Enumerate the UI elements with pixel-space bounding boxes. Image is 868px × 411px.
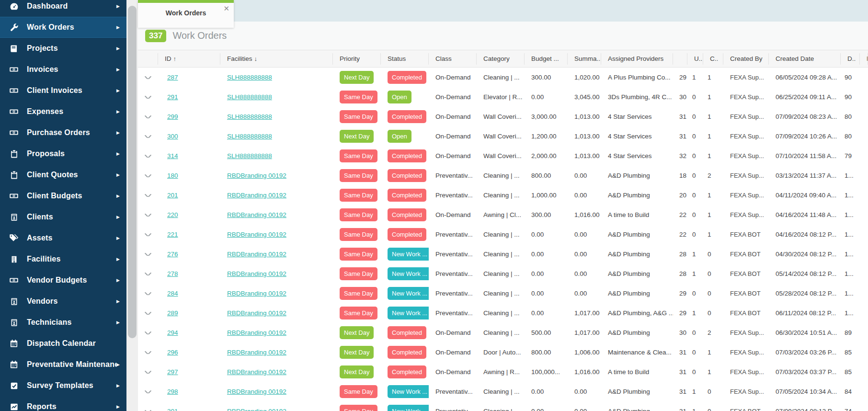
row-expander[interactable] [138,76,158,79]
priority-cell: Same Day [333,91,381,103]
work-order-id-link[interactable]: 294 [167,329,178,336]
work-order-id-link[interactable]: 220 [167,211,178,218]
column-header-n[interactable] [673,53,687,65]
sidebar-item-preventative-maintenance[interactable]: Preventative Maintenance▶ [0,354,126,375]
row-expander[interactable] [138,96,158,99]
row-expander[interactable] [138,371,158,374]
sidebar-item-purchase-orders[interactable]: Purchase Orders▶ [0,122,126,143]
facility-link[interactable]: RBDBranding 00192 [227,388,286,395]
work-order-id-link[interactable]: 300 [167,133,178,140]
row-expander[interactable] [138,253,158,256]
chevron-down-icon [145,371,151,374]
work-order-id-link[interactable]: 276 [167,251,178,258]
work-order-id-link[interactable]: 287 [167,74,178,81]
sidebar-item-invoices[interactable]: Invoices▶ [0,59,126,80]
facility-link[interactable]: RBDBranding 00192 [227,251,286,258]
work-order-id-link[interactable]: 291 [167,93,178,101]
column-header-created_date[interactable]: Created Date [769,53,841,65]
row-expander[interactable] [138,273,158,275]
column-header-priority[interactable]: Priority [333,53,381,65]
column-header-class[interactable]: Class [429,53,477,65]
column-header-f[interactable]: F [860,53,868,65]
facility-link[interactable]: RBDBranding 00192 [227,211,286,218]
sidebar-item-client-invoices[interactable]: Client Invoices▶ [0,80,126,101]
row-expander[interactable] [138,174,158,177]
sidebar-item-client-budgets[interactable]: Client Budgets▶ [0,185,126,206]
sidebar-item-dispatch-calendar[interactable]: Dispatch Calendar [0,333,126,354]
sidebar-item-reports[interactable]: Reports▶ [0,396,126,411]
facility-link[interactable]: RBDBranding 00192 [227,172,286,179]
facility-link[interactable]: RBDBranding 00192 [227,349,286,356]
work-order-id-link[interactable]: 221 [167,231,178,238]
work-order-id-link[interactable]: 299 [167,113,178,120]
work-order-id-link[interactable]: 201 [167,192,178,199]
facility-link[interactable]: RBDBranding 00192 [227,368,286,376]
row-expander[interactable] [138,351,158,354]
row-expander[interactable] [138,115,158,118]
column-header-c[interactable]: C.. [703,53,723,65]
facility-link[interactable]: RBDBranding 00192 [227,329,286,336]
sidebar-item-assets[interactable]: Assets▶ [0,228,126,249]
facility-link[interactable]: SLH888888888 [227,133,272,140]
column-header-category[interactable]: Category [477,53,525,65]
work-order-id-link[interactable]: 298 [167,388,178,395]
work-order-id-link[interactable]: 289 [167,309,178,317]
facility-link[interactable]: SLH888888888 [227,74,272,81]
sidebar-item-dashboard[interactable]: Dashboard▶ [0,0,126,17]
facility-link[interactable]: SLH888888888 [227,93,272,101]
sidebar-item-client-quotes[interactable]: Client Quotes▶ [0,164,126,185]
facility-link[interactable]: SLH888888888 [227,113,272,120]
column-header-status[interactable]: Status [381,53,429,65]
row-expander[interactable] [138,331,158,334]
row-expander[interactable] [138,312,158,315]
sidebar-scrollbar-thumb[interactable] [128,6,137,338]
category-cell: Wall Coveri... [477,113,525,120]
sidebar-item-facilities[interactable]: Facilities▶ [0,249,126,270]
work-order-id-link[interactable]: 296 [167,349,178,356]
priority-cell: Same Day [333,149,381,162]
sidebar-item-survey-templates[interactable]: Survey Templates▶ [0,375,126,396]
sidebar-item-vendor-budgets[interactable]: Vendor Budgets▶ [0,270,126,291]
row-expander[interactable] [138,390,158,393]
facility-link[interactable]: RBDBranding 00192 [227,270,286,277]
facility-link[interactable]: RBDBranding 00192 [227,192,286,199]
sidebar-item-technicians[interactable]: Technicians▶ [0,312,126,333]
sidebar-item-proposals[interactable]: Proposals▶ [0,143,126,164]
sidebar-item-work-orders[interactable]: Work Orders▶ [0,17,126,38]
column-header-created_by[interactable]: Created By [723,53,769,65]
column-header-summary[interactable]: Summa... [568,53,601,65]
row-expander[interactable] [138,194,158,197]
sidebar-item-projects[interactable]: Projects▶ [0,38,126,59]
work-order-id-link[interactable]: 314 [167,152,178,160]
column-header-d[interactable]: D.. [841,53,860,65]
column-header-id[interactable]: ID↑ [158,53,220,65]
facility-link[interactable]: RBDBranding 00192 [227,290,286,297]
tab-work-orders[interactable]: Work Orders ✕ [138,0,234,28]
facility-link[interactable]: RBDBranding 00192 [227,408,286,411]
work-order-id-link[interactable]: 278 [167,270,178,277]
row-expander[interactable] [138,214,158,217]
sidebar-item-expenses[interactable]: Expenses▶ [0,101,126,122]
work-order-id-link[interactable]: 297 [167,368,178,376]
days-cell: 31 [673,113,687,120]
column-header-expander[interactable] [138,53,158,65]
facility-link[interactable]: SLH888888888 [227,152,272,160]
column-header-budget[interactable]: Budget ... [525,53,568,65]
facility-link[interactable]: RBDBranding 00192 [227,231,286,238]
close-icon[interactable]: ✕ [223,4,229,13]
column-header-providers[interactable]: Assigned Providers [601,53,673,65]
row-expander[interactable] [138,135,158,138]
work-order-id-link[interactable]: 284 [167,290,178,297]
column-header-facility[interactable]: Facilities↓ [220,53,333,65]
sidebar-item-vendors[interactable]: Vendors▶ [0,291,126,312]
row-expander[interactable] [138,292,158,295]
row-expander[interactable] [138,155,158,158]
work-order-id-cell: 221 [158,231,220,238]
work-order-id-link[interactable]: 301 [167,408,178,411]
facility-link[interactable]: RBDBranding 00192 [227,309,286,317]
work-order-id-link[interactable]: 180 [167,172,178,179]
row-expander[interactable] [138,233,158,236]
sidebar-item-clients[interactable]: Clients▶ [0,206,126,228]
count-cell: 1 [703,211,723,218]
column-header-u[interactable]: U.. [687,53,703,65]
